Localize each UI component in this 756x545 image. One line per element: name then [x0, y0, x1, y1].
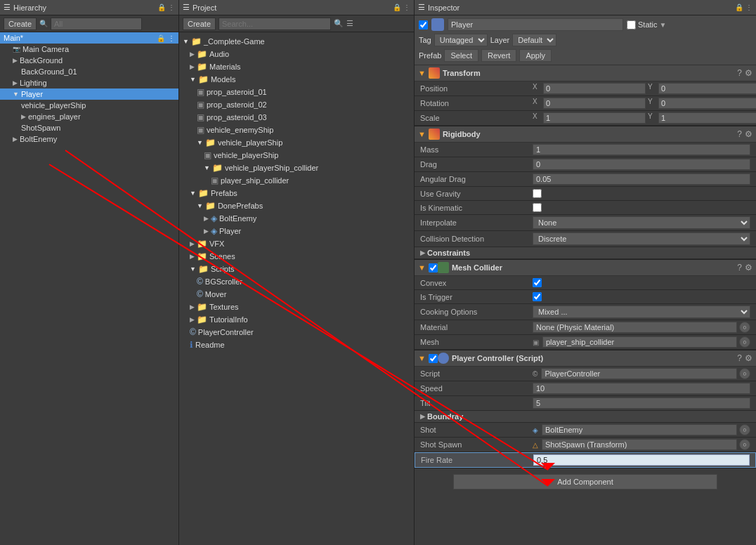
scale-x-field[interactable]	[543, 112, 646, 124]
player-controller-enabled-checkbox[interactable]	[429, 354, 438, 363]
project-item-tutorialinfo[interactable]: ▶ 📁 TutorialInfo	[179, 313, 414, 326]
tag-dropdown[interactable]: Untagged	[434, 34, 488, 46]
hierarchy-item-boltenemy[interactable]: ▶ BoltEnemy	[0, 133, 178, 145]
project-item-complete-game[interactable]: ▼ 📁 _Complete-Game	[179, 35, 414, 48]
constraints-section[interactable]: ▶ Constraints	[415, 247, 756, 259]
hierarchy-item-player[interactable]: ▼ Player	[0, 88, 178, 100]
layer-dropdown[interactable]: Default	[512, 34, 556, 46]
rigidbody-help-button[interactable]: ?	[737, 129, 742, 139]
project-item-asteroid03[interactable]: ▣ prop_asteroid_03	[179, 111, 414, 124]
project-item-playership-folder[interactable]: ▼ 📁 vehicle_playerShip	[179, 136, 414, 149]
project-item-prefabs[interactable]: ▼ 📁 Prefabs	[179, 187, 414, 199]
collision-detection-dropdown[interactable]: Discrete	[533, 232, 750, 245]
project-search-input[interactable]	[219, 18, 331, 30]
prefab-revert-button[interactable]: Revert	[481, 49, 516, 62]
project-item-audio[interactable]: ▶ 📁 Audio	[179, 48, 414, 60]
project-lock-icon[interactable]: 🔒	[393, 4, 401, 11]
project-create-button[interactable]: Create	[183, 18, 216, 30]
hierarchy-main-scene[interactable]: Main* 🔒 ⋮	[0, 32, 178, 44]
meshcollider-gear-button[interactable]: ⚙	[745, 263, 752, 272]
object-name-field[interactable]	[448, 18, 623, 31]
inspector-lock-icon[interactable]: 🔒	[735, 4, 743, 11]
project-asteroid02-icon: ▣	[197, 100, 204, 110]
hierarchy-item-lighting[interactable]: ▶ Lighting	[0, 77, 178, 88]
scale-y-field[interactable]	[658, 112, 756, 124]
add-component-button[interactable]: Add Component	[453, 474, 717, 490]
project-item-materials[interactable]: ▶ 📁 Materials	[179, 60, 414, 73]
hierarchy-item-background[interactable]: ▶ BackGround	[0, 55, 178, 66]
mesh-collider-enabled-checkbox[interactable]	[429, 263, 438, 272]
shot-select-button[interactable]: ○	[739, 424, 750, 435]
project-dots-icon[interactable]: ⋮	[403, 4, 410, 11]
project-item-scripts[interactable]: ▼ 📁 Scripts	[179, 263, 414, 275]
interpolate-dropdown[interactable]: None	[533, 216, 750, 229]
hierarchy-search-input[interactable]	[51, 18, 142, 30]
use-gravity-checkbox[interactable]	[533, 189, 542, 198]
rigidbody-gear-button[interactable]: ⚙	[745, 129, 752, 139]
mass-field[interactable]	[533, 144, 750, 155]
hierarchy-item-shotspawn[interactable]: ShotSpawn	[0, 122, 178, 133]
speed-field[interactable]	[533, 383, 750, 394]
shotspawn-select-button[interactable]: ○	[739, 439, 750, 450]
rigidbody-header[interactable]: ▼ Rigidbody ? ⚙	[415, 126, 756, 143]
project-item-readme[interactable]: ℹ Readme	[179, 339, 414, 351]
transform-header[interactable]: ▼ Transform ? ⚙	[415, 65, 756, 81]
static-checkbox[interactable]	[627, 20, 636, 29]
transform-help-button[interactable]: ?	[737, 68, 742, 78]
project-item-asteroid02[interactable]: ▣ prop_asteroid_02	[179, 98, 414, 111]
project-item-scenes[interactable]: ▶ 📁 Scenes	[179, 250, 414, 263]
playercontroller-help-button[interactable]: ?	[737, 353, 742, 363]
project-item-enemy-ship[interactable]: ▣ vehicle_enemyShip	[179, 124, 414, 136]
convex-checkbox[interactable]	[533, 278, 542, 287]
hierarchy-dots-icon[interactable]: ⋮	[168, 4, 175, 11]
hierarchy-scene-lock[interactable]: 🔒	[157, 34, 165, 42]
material-select-button[interactable]: ○	[739, 322, 750, 333]
transform-gear-button[interactable]: ⚙	[745, 68, 752, 78]
project-item-playercontroller[interactable]: © PlayerController	[179, 326, 414, 339]
hierarchy-item-engines-player[interactable]: ▶ engines_player	[0, 111, 178, 122]
playercontroller-gear-button[interactable]: ⚙	[745, 353, 752, 363]
project-item-player-prefab[interactable]: ▶ ◈ Player	[179, 225, 414, 237]
project-item-vfx[interactable]: ▶ 📁 VFX	[179, 237, 414, 250]
boundray-section[interactable]: ▶ Boundray	[415, 411, 756, 423]
project-item-asteroid01[interactable]: ▣ prop_asteroid_01	[179, 86, 414, 98]
object-active-checkbox[interactable]	[419, 20, 428, 29]
fire-rate-field[interactable]	[533, 454, 750, 466]
pos-y-field[interactable]	[658, 83, 756, 94]
project-filter-btn[interactable]: ☰	[346, 19, 353, 28]
tilt-field[interactable]	[533, 398, 750, 409]
hierarchy-item-main-camera[interactable]: 📷 Main Camera	[0, 44, 178, 55]
project-item-bgscroller[interactable]: © BGScroller	[179, 275, 414, 288]
project-item-doneprefabs[interactable]: ▼ 📁 DonePrefabs	[179, 199, 414, 212]
mesh-select-button[interactable]: ○	[739, 336, 750, 348]
prefab-select-button[interactable]: Select	[444, 49, 478, 62]
inspector-dots-icon[interactable]: ⋮	[745, 4, 752, 11]
prefab-apply-button[interactable]: Apply	[519, 49, 552, 62]
is-trigger-checkbox[interactable]	[533, 292, 542, 301]
project-item-player-ship-collider[interactable]: ▣ player_ship_collider	[179, 174, 414, 187]
rot-y-field[interactable]	[658, 98, 756, 109]
hierarchy-lock-icon[interactable]: 🔒	[157, 4, 166, 11]
static-dropdown-icon[interactable]: ▼	[660, 21, 667, 29]
hierarchy-create-button[interactable]: Create	[4, 18, 37, 30]
project-item-mover[interactable]: © Mover	[179, 288, 414, 301]
meshcollider-help-button[interactable]: ?	[737, 263, 742, 272]
hierarchy-scene-menu[interactable]: ⋮	[168, 34, 175, 42]
rot-x-field[interactable]	[543, 98, 646, 109]
project-item-boltenemy[interactable]: ▶ ◈ BoltEnemy	[179, 212, 414, 225]
project-search-btn[interactable]: 🔍	[334, 19, 344, 28]
player-controller-header[interactable]: ▼ Player Controller (Script) ? ⚙	[415, 350, 756, 367]
project-item-textures[interactable]: ▶ 📁 Textures	[179, 301, 414, 313]
drag-field[interactable]	[533, 159, 750, 170]
project-item-models[interactable]: ▼ 📁 Models	[179, 73, 414, 86]
pos-x-field[interactable]	[543, 83, 646, 94]
hierarchy-item-vehicle-playership[interactable]: vehicle_playerShip	[0, 100, 178, 111]
project-item-playership-collider-folder[interactable]: ▼ 📁 vehicle_playerShip_collider	[179, 162, 414, 174]
script-select-button[interactable]: ○	[739, 368, 750, 379]
project-item-playership-mesh[interactable]: ▣ vehicle_playerShip	[179, 149, 414, 162]
angular-drag-field[interactable]	[533, 173, 750, 185]
cooking-options-dropdown[interactable]: Mixed ...	[533, 306, 750, 318]
is-kinematic-checkbox[interactable]	[533, 203, 542, 212]
mesh-collider-header[interactable]: ▼ Mesh Collider ? ⚙	[415, 260, 756, 276]
hierarchy-item-background-01[interactable]: BackGround_01	[0, 66, 178, 77]
